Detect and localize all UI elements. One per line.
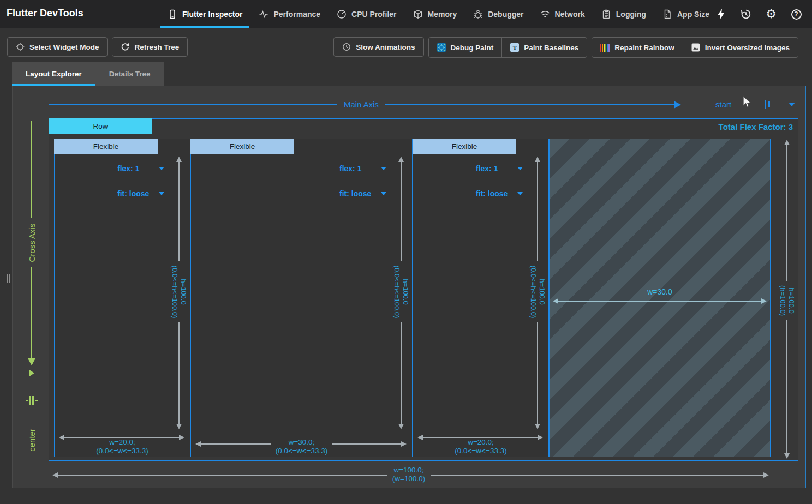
nav-actions: ⚙ ? [691,0,809,28]
cross-axis-arrowhead-icon [28,358,35,365]
row-height-label: h=100.0(h=100.0) [778,219,796,382]
top-bar: Flutter DevTools Flutter Inspector Perfo… [0,0,812,28]
tab-memory[interactable]: Memory [405,0,465,28]
main-axis-alignment-value[interactable]: start [715,100,731,109]
flexible-dropdowns: flex: 1 fit: loose [117,164,164,201]
history-icon [740,8,752,20]
tab-network[interactable]: Network [532,0,593,28]
tab-details-tree[interactable]: Details Tree [95,62,164,86]
subtab-label: Layout Explorer [26,70,82,78]
flutter-inspector-icon [168,9,177,19]
logging-icon [601,9,611,19]
row-width-label: w=100.0;(w=100.0) [49,465,769,484]
debug-paint-icon [437,43,446,52]
free-space-width-label: w=30.0 [550,287,770,296]
tab-label: Network [555,10,585,19]
help-icon: ? [791,9,802,20]
crosshair-icon [16,43,25,51]
height-constraint-label: h=100.0(0.0<=h<=100.0) [170,210,188,374]
chevron-down-icon [159,192,164,195]
flexible-header[interactable]: Flexible [54,139,158,154]
flex-dropdown[interactable]: flex: 1 [339,164,386,176]
paint-baselines-button[interactable]: T Paint Baselines [501,38,587,57]
button-label: Slow Animations [356,43,415,51]
inspector-toolbar: Select Widget Mode Refresh Tree Slow Ani… [0,28,812,62]
flexible-widget-3[interactable]: Flexible flex: 1 fit: loose h=100.0(0.0<… [413,139,549,457]
tab-label: Performance [273,10,320,19]
flex-dropdown[interactable]: flex: 1 [476,164,523,176]
tab-label: CPU Profiler [351,10,396,19]
main-axis-alignment-icon [765,100,771,109]
app-title: Flutter DevTools [7,8,83,19]
refresh-icon [121,43,129,51]
refresh-tree-button[interactable]: Refresh Tree [112,37,188,57]
flexible-widget-1[interactable]: Flexible flex: 1 fit: loose h=100.0(0.0<… [54,139,190,457]
chevron-down-icon [381,167,386,170]
slow-animations-button[interactable]: Slow Animations [333,37,423,57]
cpu-profiler-icon [337,9,347,19]
debug-paint-button[interactable]: Debug Paint [429,38,502,57]
cross-axis-label: Cross Axis [26,188,38,297]
status-dot [696,13,698,15]
debugger-icon [473,9,483,19]
cross-axis-alignment-value[interactable]: center [26,418,38,462]
width-constraint-label: w=20.0;(0.0<=w<=33.3) [413,438,548,455]
gear-icon: ⚙ [766,8,777,20]
flex-dropdown[interactable]: flex: 1 [117,164,164,176]
rainbow-icon [600,44,610,52]
tab-label: Debugger [488,10,523,19]
chevron-down-icon [517,167,523,170]
repaint-toggles-group: Repaint Rainbow Invert Oversized Images [592,37,798,58]
clock-icon [342,43,351,51]
fit-dropdown[interactable]: fit: loose [476,189,523,201]
image-icon [691,43,700,52]
fit-dropdown[interactable]: fit: loose [339,189,386,201]
repaint-rainbow-button[interactable]: Repaint Rainbow [592,38,683,57]
tab-layout-explorer[interactable]: Layout Explorer [12,62,95,86]
toolbar-right: Slow Animations Debug Paint T Paint Base… [333,37,798,58]
main-nav: Flutter Inspector Performance CPU Profil… [159,0,718,28]
cross-axis-caret-icon[interactable] [29,370,34,376]
row-widget-box[interactable]: Row Total Flex Factor: 3 Flexible flex: … [49,118,798,461]
width-constraint-label: w=30.0;(0.0<=w<=33.3) [191,438,412,455]
chevron-down-icon[interactable] [789,103,795,106]
button-label: Paint Baselines [524,44,578,52]
paint-baselines-icon: T [510,43,519,52]
splitter-handle[interactable] [7,274,11,283]
tab-performance[interactable]: Performance [250,0,329,28]
help-button[interactable]: ? [784,0,809,28]
tab-logging[interactable]: Logging [593,0,654,28]
fit-dropdown[interactable]: fit: loose [117,189,164,201]
height-constraint-label: h=100.0(0.0<=h<=100.0) [392,210,410,374]
total-flex-factor: Total Flex Factor: 3 [719,122,793,131]
free-space-width-arrow [553,297,767,305]
main-axis-arrowhead-icon [674,101,681,109]
width-constraint-label: w=20.0;(0.0<=w<=33.3) [55,438,190,455]
subtab-label: Details Tree [109,70,151,78]
flexible-widget-2[interactable]: Flexible flex: 1 fit: loose h=100.0(0.0<… [190,139,413,457]
chevron-down-icon [381,192,386,195]
tab-cpu-profiler[interactable]: CPU Profiler [329,0,404,28]
memory-icon [413,9,423,19]
app-size-icon [662,9,672,19]
main-axis-label: Main Axis [49,100,674,110]
flexible-header[interactable]: Flexible [413,139,516,154]
invert-oversized-images-button[interactable]: Invert Oversized Images [683,38,798,57]
row-header[interactable]: Row [49,118,152,134]
button-label: Debug Paint [451,44,494,52]
button-label: Refresh Tree [134,43,179,51]
paint-toggles-group: Debug Paint T Paint Baselines [428,37,588,58]
tab-label: Memory [428,10,457,19]
hot-reload-button[interactable] [708,0,733,28]
tab-label: Flutter Inspector [182,10,242,19]
height-constraint-label: h=100.0(0.0<=h<=100.0) [528,210,547,374]
chevron-down-icon [159,167,164,170]
hot-restart-button[interactable] [733,0,759,28]
layout-explorer-canvas: Main Axis start Cross Axis center Row To… [12,86,806,488]
free-space-box: w=30.0 [549,139,771,457]
flexible-header[interactable]: Flexible [190,139,294,154]
select-widget-mode-button[interactable]: Select Widget Mode [7,37,108,57]
settings-button[interactable]: ⚙ [759,0,784,28]
tab-flutter-inspector[interactable]: Flutter Inspector [159,0,250,28]
tab-debugger[interactable]: Debugger [465,0,532,28]
